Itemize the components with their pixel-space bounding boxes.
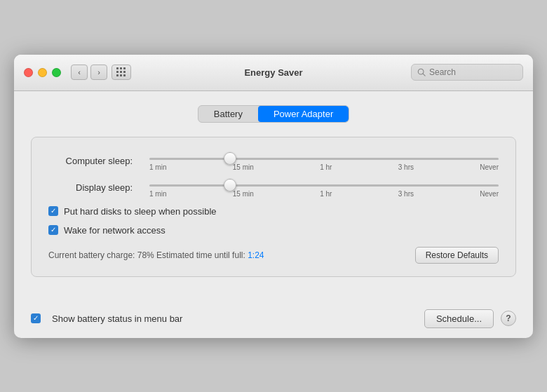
grid-button[interactable] bbox=[112, 65, 131, 80]
maximize-button[interactable] bbox=[52, 68, 61, 77]
bottom-bar: ✓ Show battery status in menu bar Schedu… bbox=[14, 302, 533, 338]
tab-power-adapter[interactable]: Power Adapter bbox=[258, 106, 349, 122]
forward-button[interactable]: › bbox=[90, 65, 107, 80]
wake-network-row: ✓ Wake for network access bbox=[48, 225, 499, 236]
checkmark-icon: ✓ bbox=[50, 227, 56, 234]
status-bar: Current battery charge: 78% Estimated ti… bbox=[48, 247, 499, 264]
help-button[interactable]: ? bbox=[501, 311, 516, 326]
hard-disks-checkbox[interactable]: ✓ bbox=[48, 206, 58, 216]
titlebar: ‹ › Energy Saver bbox=[14, 55, 533, 91]
computer-sleep-slider-wrapper: 1 min 15 min 1 hr 3 hrs Never bbox=[149, 151, 499, 171]
hard-disks-row: ✓ Put hard disks to sleep when possible bbox=[48, 206, 499, 217]
computer-sleep-row: Computer sleep: 1 min 15 min 1 hr 3 hrs … bbox=[48, 151, 499, 171]
search-box[interactable] bbox=[411, 64, 523, 81]
show-battery-row: ✓ Show battery status in menu bar bbox=[31, 313, 182, 324]
display-sleep-label: Display sleep: bbox=[48, 182, 133, 193]
schedule-button[interactable]: Schedule... bbox=[424, 309, 494, 328]
close-button[interactable] bbox=[24, 68, 33, 77]
wake-network-label: Wake for network access bbox=[64, 225, 166, 236]
settings-panel: Computer sleep: 1 min 15 min 1 hr 3 hrs … bbox=[31, 137, 516, 277]
tab-group: Battery Power Adapter bbox=[198, 105, 349, 123]
back-button[interactable]: ‹ bbox=[71, 65, 88, 80]
checkmark-icon: ✓ bbox=[50, 208, 56, 215]
tab-switcher: Battery Power Adapter bbox=[31, 105, 516, 123]
search-icon bbox=[417, 68, 426, 76]
window-title: Energy Saver bbox=[244, 67, 302, 78]
display-sleep-slider[interactable] bbox=[149, 184, 499, 187]
main-window: ‹ › Energy Saver Battery bbox=[14, 55, 533, 338]
traffic-lights bbox=[24, 68, 61, 77]
svg-line-1 bbox=[423, 74, 425, 76]
bottom-right: Schedule... ? bbox=[424, 309, 516, 328]
wake-network-checkbox[interactable]: ✓ bbox=[48, 225, 58, 235]
nav-buttons: ‹ › bbox=[71, 65, 107, 80]
battery-status: Current battery charge: 78% Estimated ti… bbox=[48, 250, 264, 260]
minimize-button[interactable] bbox=[38, 68, 47, 77]
checkmark-icon: ✓ bbox=[33, 315, 39, 322]
restore-defaults-button[interactable]: Restore Defaults bbox=[415, 247, 499, 264]
show-battery-checkbox[interactable]: ✓ bbox=[31, 313, 41, 323]
search-input[interactable] bbox=[429, 67, 517, 77]
grid-icon bbox=[116, 67, 126, 77]
tab-battery[interactable]: Battery bbox=[198, 106, 258, 122]
display-sleep-row: Display sleep: 1 min 15 min 1 hr 3 hrs N… bbox=[48, 178, 499, 198]
main-content: Battery Power Adapter Computer sleep: 1 … bbox=[14, 91, 533, 302]
display-sleep-slider-wrapper: 1 min 15 min 1 hr 3 hrs Never bbox=[149, 178, 499, 198]
show-battery-label: Show battery status in menu bar bbox=[52, 313, 182, 324]
computer-sleep-slider[interactable] bbox=[149, 158, 499, 160]
hard-disks-label: Put hard disks to sleep when possible bbox=[64, 206, 217, 217]
computer-sleep-label: Computer sleep: bbox=[48, 156, 133, 166]
